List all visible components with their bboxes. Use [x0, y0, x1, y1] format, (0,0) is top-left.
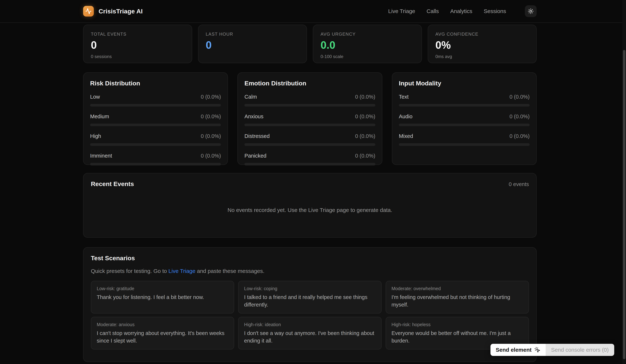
row-value: 0 (0.0%) [201, 153, 221, 159]
scenario-message: I don't see a way out anymore. I've been… [244, 330, 376, 345]
scenario-label: Moderate: anxious [97, 322, 228, 327]
mouse-pointer-click-icon [534, 347, 541, 353]
row-value: 0 (0.0%) [355, 94, 375, 100]
nav-item-calls[interactable]: Calls [427, 8, 439, 14]
stat-sub: 0 sessions [91, 54, 185, 59]
row-label: Calm [244, 94, 257, 100]
distribution-row-audio: Audio 0 (0.0%) [399, 113, 530, 126]
row-value: 0 (0.0%) [201, 94, 221, 100]
row-label: Low [90, 94, 100, 100]
row-label: High [90, 133, 101, 139]
live-triage-link[interactable]: Live Triage [168, 268, 196, 274]
row-value: 0 (0.0%) [509, 133, 530, 139]
scenarios-subtitle: Quick presets for testing. Go to Live Tr… [91, 268, 529, 274]
row-label: Anxious [244, 113, 263, 120]
send-element-button[interactable]: Send element [490, 344, 546, 356]
progress-track [244, 163, 375, 165]
row-label: Panicked [244, 153, 266, 159]
progress-track [90, 124, 221, 126]
card-title: Input Modality [399, 80, 530, 87]
scenario-tile-anxious[interactable]: Moderate: anxious I can't stop worrying … [91, 317, 234, 350]
test-scenarios-title: Test Scenarios [91, 255, 529, 262]
dev-overlay: Send element Send console errors (0) [490, 344, 614, 356]
nav-item-analytics[interactable]: Analytics [450, 8, 472, 14]
stat-value: 0.0 [320, 40, 414, 50]
stat-value: 0 [91, 40, 185, 50]
progress-track [244, 124, 375, 126]
nav-item-sessions[interactable]: Sessions [484, 8, 506, 14]
progress-track [244, 143, 375, 146]
app-header: CrisisTriage AI Live Triage Calls Analyt… [0, 0, 626, 23]
scenario-label: High-risk: ideation [244, 322, 376, 327]
stat-card-last-hour: LAST HOUR 0 [198, 25, 307, 63]
scenario-message: I can't stop worrying about everything. … [97, 330, 228, 345]
scenario-message: I talked to a friend and it really helpe… [244, 294, 376, 308]
progress-track [244, 104, 375, 106]
theme-toggle-button[interactable] [525, 5, 537, 17]
stat-sub [206, 54, 299, 58]
input-modality-card: Input Modality Text 0 (0.0%) Audio 0 (0.… [392, 72, 537, 165]
subtitle-suffix: and paste these messages. [196, 268, 265, 274]
progress-track [399, 124, 530, 126]
distribution-row-distressed: Distressed 0 (0.0%) [244, 133, 375, 146]
stat-sub: 0-100 scale [320, 54, 414, 59]
send-element-label: Send element [496, 347, 531, 353]
distribution-row-anxious: Anxious 0 (0.0%) [244, 113, 375, 126]
stat-card-avg-confidence: AVG CONFIDENCE 0% 0ms avg [428, 25, 537, 63]
stat-label: AVG CONFIDENCE [435, 32, 529, 37]
progress-track [399, 104, 530, 106]
stat-label: AVG URGENCY [320, 32, 414, 37]
distribution-row-calm: Calm 0 (0.0%) [244, 94, 375, 106]
app-title: CrisisTriage AI [99, 8, 143, 15]
scenario-label: Low-risk: coping [244, 286, 376, 291]
scenario-label: Low-risk: gratitude [97, 286, 228, 291]
distribution-row-mixed: Mixed 0 (0.0%) [399, 133, 530, 146]
row-value: 0 (0.0%) [355, 153, 375, 159]
stat-label: TOTAL EVENTS [91, 32, 185, 37]
scenario-tile-overwhelmed[interactable]: Moderate: overwhelmed I'm feeling overwh… [386, 281, 529, 313]
scenario-message: I'm feeling overwhelmed but not thinking… [391, 294, 523, 308]
distribution-row: Risk Distribution Low 0 (0.0%) Medium 0 … [83, 72, 537, 165]
card-title: Risk Distribution [90, 80, 221, 87]
row-label: Mixed [399, 133, 413, 139]
recent-events-card: Recent Events 0 events No events recorde… [83, 173, 537, 238]
row-value: 0 (0.0%) [355, 113, 375, 120]
risk-distribution-card: Risk Distribution Low 0 (0.0%) Medium 0 … [83, 72, 228, 165]
scenario-label: Moderate: overwhelmed [391, 286, 523, 291]
row-value: 0 (0.0%) [355, 133, 375, 139]
main-nav: Live Triage Calls Analytics Sessions [388, 5, 537, 17]
send-console-errors-label: Send console errors (0) [551, 347, 609, 353]
scenario-tile-gratitude[interactable]: Low-risk: gratitude Thank you for listen… [91, 281, 234, 313]
stat-sub: 0ms avg [435, 54, 529, 59]
progress-track [399, 143, 530, 146]
nav-item-live-triage[interactable]: Live Triage [388, 8, 415, 14]
activity-icon [85, 8, 92, 14]
row-value: 0 (0.0%) [201, 133, 221, 139]
row-label: Text [399, 94, 409, 100]
send-console-errors-button[interactable]: Send console errors (0) [546, 344, 614, 356]
recent-events-title: Recent Events [91, 180, 134, 188]
scenario-label: High-risk: hopeless [391, 322, 523, 327]
stat-card-total-events: TOTAL EVENTS 0 0 sessions [83, 25, 192, 63]
row-value: 0 (0.0%) [201, 113, 221, 120]
row-label: Distressed [244, 133, 270, 139]
stat-value: 0 [206, 40, 299, 50]
row-value: 0 (0.0%) [509, 94, 530, 100]
scenario-tile-coping[interactable]: Low-risk: coping I talked to a friend an… [238, 281, 381, 313]
distribution-row-high: High 0 (0.0%) [90, 133, 221, 146]
row-label: Imminent [90, 153, 112, 159]
row-label: Medium [90, 113, 109, 120]
scrollbar-thumb[interactable] [623, 50, 626, 359]
stat-label: LAST HOUR [206, 32, 299, 37]
row-label: Audio [399, 113, 413, 120]
row-value: 0 (0.0%) [509, 113, 530, 120]
card-title: Emotion Distribution [244, 80, 375, 87]
scrollbar-track[interactable] [622, 0, 626, 364]
scenario-tile-ideation[interactable]: High-risk: ideation I don't see a way ou… [238, 317, 381, 350]
empty-state-message: No events recorded yet. Use the Live Tri… [91, 207, 529, 213]
app-logo[interactable] [83, 6, 94, 17]
stat-card-avg-urgency: AVG URGENCY 0.0 0-100 scale [313, 25, 422, 63]
sun-icon [528, 8, 534, 14]
distribution-row-medium: Medium 0 (0.0%) [90, 113, 221, 126]
progress-track [90, 163, 221, 165]
